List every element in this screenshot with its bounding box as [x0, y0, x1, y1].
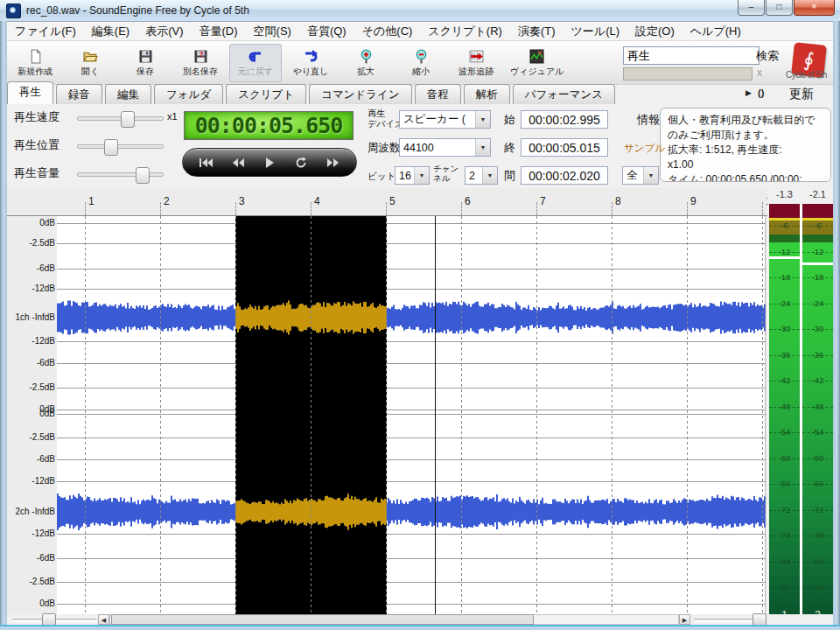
menu-item-11[interactable]: 設定(O)	[627, 22, 682, 41]
chevron-down-icon[interactable]: ▼	[414, 167, 429, 184]
meter-tick-label: -66	[769, 479, 800, 488]
ruler-number: 4	[314, 195, 320, 207]
meter-peak-value-2: -2.1	[802, 189, 833, 200]
zoom-in-button[interactable]: 拡大	[340, 44, 392, 82]
redo-icon	[303, 49, 318, 65]
tab-コマンドライン[interactable]: コマンドライン	[309, 84, 412, 104]
end-time-field[interactable]: 00:00:05.015	[521, 138, 608, 157]
db-label-2ch-8: -2.5dB	[7, 577, 55, 586]
menu-item-7[interactable]: その他(C)	[354, 22, 421, 41]
zoom-out-icon	[413, 49, 429, 65]
minimize-button[interactable]: –	[738, 0, 765, 16]
range-all-combo[interactable]: 全▼	[622, 166, 659, 185]
slider-thumb-2[interactable]	[104, 139, 118, 156]
slider-track-2[interactable]	[77, 144, 164, 149]
clear-search-button[interactable]: x	[757, 66, 762, 79]
menu-item-3[interactable]: 表示(V)	[137, 22, 191, 41]
bit-combo[interactable]: 16▼	[395, 166, 430, 185]
chevron-down-icon[interactable]: ▼	[482, 167, 497, 184]
rewind-button[interactable]	[228, 156, 248, 170]
loop-mini-icon[interactable]: ()	[758, 88, 764, 98]
meter-tick-label: -30	[769, 324, 800, 333]
new-file-button[interactable]: 新規作成	[9, 44, 61, 82]
tab-再生[interactable]: 再生	[7, 81, 53, 104]
menu-item-6[interactable]: 音質(Q)	[299, 22, 354, 41]
meter-tick-label: -66	[802, 479, 833, 488]
meter-columns: -6-12-18-24-30-36-42-48-54-60-66-72-78-8…	[769, 204, 833, 623]
menu-item-5[interactable]: 空間(S)	[246, 22, 299, 41]
tab-フォルダ[interactable]: フォルダ	[154, 84, 223, 104]
save-as-button[interactable]: ?別名保存	[174, 44, 227, 82]
skip-start-button[interactable]	[195, 156, 216, 170]
ruler-number: 2	[164, 195, 170, 207]
db-label-2ch-4: -12dB	[7, 476, 55, 486]
scroll-left-arrow[interactable]: ◀	[98, 614, 109, 625]
device-combo[interactable]: スピーカー (▼	[399, 110, 491, 129]
close-button[interactable]: ×	[794, 0, 835, 16]
slider-label-2: 再生位置	[14, 137, 60, 153]
vzoom-slider-thumb[interactable]	[752, 613, 766, 626]
ruler-tick	[85, 202, 86, 215]
info-label: 情報	[637, 114, 660, 127]
menu-item-9[interactable]: 演奏(T)	[510, 22, 564, 41]
scrollbar-thumb[interactable]	[111, 614, 534, 625]
frequency-combo[interactable]: 44100▼	[399, 138, 491, 157]
maximize-button[interactable]: □	[766, 0, 793, 16]
menu-item-2[interactable]: 編集(E)	[84, 22, 137, 41]
play-button[interactable]	[259, 156, 280, 170]
start-time-field[interactable]: 00:00:02.995	[521, 110, 608, 129]
open-folder-button[interactable]: 開く	[64, 44, 116, 82]
menu-item-4[interactable]: 音量(D)	[192, 22, 246, 41]
wave-track-icon	[468, 49, 484, 65]
slider-track-3[interactable]	[77, 172, 164, 177]
ruler-number: 6	[465, 195, 471, 207]
save-button[interactable]: 保存	[119, 44, 172, 82]
slider-thumb-1[interactable]	[121, 111, 135, 128]
ruler-tick	[461, 202, 462, 215]
meter-tick-label: -6	[802, 220, 833, 230]
search-input[interactable]	[623, 46, 760, 65]
tab-スクリプト[interactable]: スクリプト	[226, 84, 306, 104]
db-label-2ch-3: -6dB	[7, 454, 55, 464]
redo-button[interactable]: やり直し	[284, 44, 337, 82]
slider-thumb-3[interactable]	[136, 167, 150, 184]
ruler-number: 3	[239, 195, 245, 207]
meter-peak-hold-2	[802, 262, 833, 265]
chevron-down-icon[interactable]: ▼	[475, 111, 490, 128]
meter-tick-label: -18	[802, 272, 833, 282]
chevron-down-icon[interactable]: ▼	[475, 139, 490, 156]
loop-button[interactable]	[290, 156, 312, 170]
tab-編集[interactable]: 編集	[105, 84, 151, 104]
tab-パフォーマンス[interactable]: パフォーマンス	[513, 84, 615, 104]
channel-combo[interactable]: 2▼	[465, 166, 498, 185]
visual-button[interactable]: Vヴィジュアル	[505, 44, 569, 82]
zoom-slider-thumb[interactable]	[42, 613, 56, 626]
meter-tick-label: -36	[769, 350, 800, 360]
tab-解析[interactable]: 解析	[464, 84, 510, 104]
update-button[interactable]: 更新	[780, 85, 822, 102]
zoom-out-button[interactable]: 縮小	[395, 44, 447, 82]
wave-track-button[interactable]: 波形追跡	[450, 44, 502, 82]
tab-録音[interactable]: 録音	[56, 84, 102, 104]
meter-tick-label: -18	[769, 272, 800, 282]
chevron-down-icon[interactable]: ▼	[643, 167, 658, 184]
span-label: 間	[504, 170, 515, 183]
scroll-right-arrow[interactable]: ▶	[679, 614, 690, 625]
time-ruler[interactable]: 12345678910	[7, 188, 767, 216]
meter-column-1: -6-12-18-24-30-36-42-48-54-60-66-72-78-8…	[769, 204, 800, 623]
db-label-1ch-7: -6dB	[7, 358, 55, 368]
waveform-area[interactable]: 0dB-2.5dB-6dB-12dB1ch -InfdB-12dB-6dB-2.…	[7, 216, 767, 614]
fast-forward-button[interactable]	[323, 156, 344, 170]
waveform-canvas[interactable]	[7, 216, 767, 614]
search-button[interactable]: 検索	[756, 48, 779, 64]
menu-item-1[interactable]: ファイル(F)	[7, 22, 84, 41]
menu-item-8[interactable]: スクリプト(R)	[420, 22, 510, 41]
toolbar-button-label: やり直し	[293, 66, 329, 78]
tab-音程[interactable]: 音程	[415, 84, 461, 104]
menu-item-10[interactable]: ツール(L)	[564, 22, 628, 41]
ruler-number: 10	[766, 195, 767, 207]
undo-button[interactable]: 元に戻す	[229, 44, 282, 82]
span-time-field[interactable]: 00:00:02.020	[521, 166, 608, 185]
play-mini-icon[interactable]: ▶	[746, 88, 752, 97]
menu-item-12[interactable]: ヘルプ(H)	[682, 22, 749, 41]
